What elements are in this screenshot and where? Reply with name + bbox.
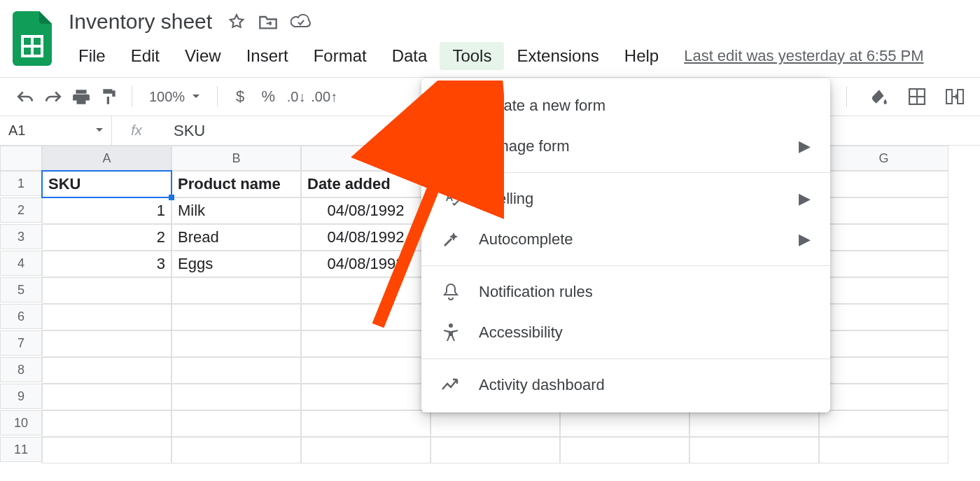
cell-b4[interactable]: Eggs — [172, 251, 301, 277]
menu-label: Create a new form — [479, 97, 606, 115]
submenu-arrow-icon: ▶ — [799, 190, 811, 208]
menu-help[interactable]: Help — [612, 42, 671, 70]
zoom-select[interactable]: 100% — [142, 89, 207, 105]
fx-label: fx — [112, 116, 161, 145]
menu-label: Autocomplete — [479, 230, 573, 249]
move-folder-icon[interactable] — [258, 13, 278, 30]
cell-c2[interactable]: 04/08/1992 — [301, 197, 430, 224]
tools-autocomplete[interactable]: Autocomplete ▶ — [421, 219, 830, 260]
menu-label: Spelling — [479, 190, 533, 208]
sheets-logo-icon[interactable] — [13, 11, 53, 67]
svg-point-15 — [449, 323, 453, 328]
menu-extensions[interactable]: Extensions — [504, 42, 611, 70]
cell-g4[interactable] — [819, 251, 948, 277]
menu-file[interactable]: File — [66, 42, 118, 70]
menu-view[interactable]: View — [172, 42, 234, 70]
print-button[interactable] — [69, 84, 94, 109]
spellcheck-icon — [441, 189, 461, 209]
tools-spelling[interactable]: Spelling ▶ — [421, 179, 830, 219]
tools-create-new-form[interactable]: Create a new form — [421, 85, 830, 126]
tools-menu-dropdown: Create a new form Manage form ▶ Spelling… — [421, 78, 830, 412]
menu-tools[interactable]: Tools — [440, 42, 504, 70]
redo-button[interactable] — [41, 84, 66, 109]
col-header-c[interactable]: C — [301, 146, 430, 171]
svg-rect-8 — [446, 108, 448, 110]
trend-icon — [441, 375, 461, 395]
currency-button[interactable]: $ — [227, 84, 253, 109]
formula-bar[interactable]: SKU — [161, 122, 205, 140]
row-header-8[interactable]: 8 — [0, 357, 42, 382]
cell-a2[interactable]: 1 — [42, 197, 172, 224]
tools-accessibility[interactable]: Accessibility — [421, 312, 830, 353]
bell-icon — [441, 282, 461, 302]
row-header-1[interactable]: 1 — [0, 171, 42, 196]
row-header-11[interactable]: 11 — [0, 437, 42, 462]
svg-rect-11 — [447, 143, 449, 145]
row-header-10[interactable]: 10 — [0, 410, 42, 435]
row-header-3[interactable]: 3 — [0, 224, 42, 249]
row-header-4[interactable]: 4 — [0, 251, 42, 276]
cell-c4[interactable]: 04/08/1992 — [301, 251, 430, 277]
menu-edit[interactable]: Edit — [118, 42, 172, 70]
row-header-9[interactable]: 9 — [0, 384, 42, 409]
fill-color-button[interactable] — [867, 84, 892, 109]
col-header-g[interactable]: G — [819, 146, 948, 171]
tools-notification-rules[interactable]: Notification rules — [421, 272, 830, 312]
borders-button[interactable] — [904, 84, 930, 109]
menu-data[interactable]: Data — [379, 42, 440, 70]
merge-cells-button[interactable] — [942, 84, 967, 109]
decrease-decimal-button[interactable]: .0↓ — [284, 84, 309, 109]
menu-label: Accessibility — [479, 323, 563, 342]
menu-label: Activity dashboard — [479, 376, 605, 394]
svg-rect-6 — [446, 104, 448, 106]
cell-c1[interactable]: Date added — [301, 171, 430, 197]
cloud-status-icon[interactable] — [290, 14, 312, 29]
wand-icon — [441, 230, 461, 249]
cell-g2[interactable] — [819, 197, 948, 224]
col-header-b[interactable]: B — [172, 146, 301, 171]
menu-label: Notification rules — [479, 283, 593, 301]
star-icon[interactable] — [227, 13, 246, 31]
cell-a1[interactable]: SKU — [42, 171, 172, 197]
menu-insert[interactable]: Insert — [234, 42, 301, 70]
cell-a3[interactable]: 2 — [42, 224, 172, 251]
row-header-5[interactable]: 5 — [0, 277, 42, 302]
increase-decimal-button[interactable]: .00↑ — [312, 84, 337, 109]
select-all-corner[interactable] — [0, 146, 42, 171]
tools-manage-form[interactable]: Manage form ▶ — [421, 126, 830, 167]
document-title[interactable]: Inventory sheet — [66, 8, 215, 35]
undo-button[interactable] — [13, 84, 38, 109]
cell-b1[interactable]: Product name — [172, 171, 301, 197]
tools-activity-dashboard[interactable]: Activity dashboard — [421, 365, 830, 405]
last-edit-link[interactable]: Last edit was yesterday at 6:55 PM — [684, 47, 923, 65]
cell-b3[interactable]: Bread — [172, 224, 301, 251]
submenu-arrow-icon: ▶ — [799, 230, 811, 249]
menu-label: Manage form — [479, 137, 570, 155]
cell-g1[interactable] — [819, 171, 948, 197]
cell-a4[interactable]: 3 — [42, 251, 172, 277]
cell-g3[interactable] — [819, 224, 948, 251]
form-purple-icon — [441, 96, 461, 116]
row-header-7[interactable]: 7 — [0, 330, 42, 356]
col-header-a[interactable]: A — [42, 146, 172, 171]
menu-format[interactable]: Format — [301, 42, 379, 70]
form-outline-icon — [441, 137, 461, 156]
accessibility-icon — [441, 323, 461, 342]
row-header-2[interactable]: 2 — [0, 197, 42, 223]
cell-b2[interactable]: Milk — [172, 197, 301, 224]
percent-button[interactable]: % — [255, 84, 281, 109]
svg-rect-7 — [449, 104, 456, 106]
svg-rect-13 — [447, 148, 449, 150]
row-header-6[interactable]: 6 — [0, 304, 42, 329]
paint-format-button[interactable] — [97, 84, 122, 109]
name-box[interactable]: A1 — [0, 116, 112, 145]
svg-rect-10 — [444, 138, 458, 155]
svg-rect-9 — [449, 108, 456, 110]
submenu-arrow-icon: ▶ — [799, 137, 811, 155]
menu-bar: File Edit View Insert Format Data Tools … — [66, 36, 924, 70]
cell-c3[interactable]: 04/08/1992 — [301, 224, 430, 251]
